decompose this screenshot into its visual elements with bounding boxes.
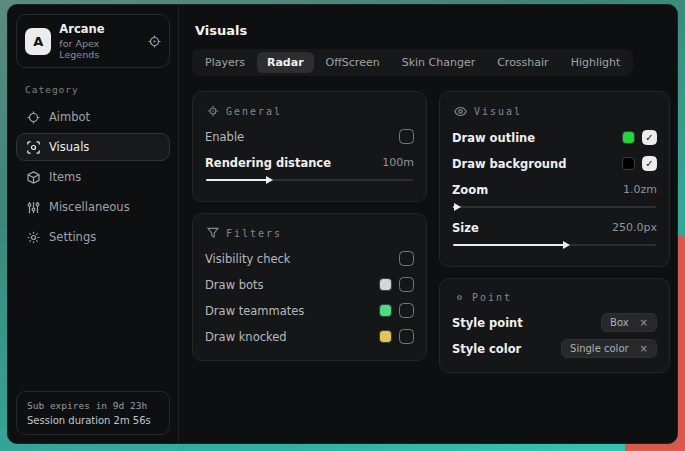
sidebar-item-label: Miscellaneous — [49, 200, 130, 214]
draw-teammates-label: Draw teammates — [205, 304, 304, 318]
enable-label: Enable — [205, 130, 244, 144]
draw-bots-row: Draw bots ✓ — [205, 273, 414, 296]
point-card: Point Style point Box × Style color — [439, 278, 670, 373]
target-icon[interactable] — [148, 35, 161, 48]
rendering-distance-slider[interactable] — [206, 175, 413, 184]
slider-arrow-thumb[interactable] — [266, 176, 273, 184]
general-card: General Enable ✓ Rendering distance 100m — [192, 91, 427, 202]
style-color-label: Style color — [452, 342, 521, 356]
draw-teammates-checkbox[interactable]: ✓ — [399, 303, 414, 318]
app-title-block: Arcane for Apex Legends — [59, 22, 140, 60]
sidebar-item-label: Visuals — [49, 140, 89, 154]
sidebar-item-label: Settings — [49, 230, 96, 244]
point-card-header: Point — [454, 292, 657, 303]
point-card-title: Point — [472, 292, 512, 303]
sidebar-spacer — [8, 252, 178, 383]
slider-fill — [453, 244, 565, 246]
size-slider[interactable] — [453, 240, 656, 249]
enable-row: Enable ✓ — [205, 125, 414, 148]
sidebar-item-miscellaneous[interactable]: Miscellaneous — [16, 193, 170, 221]
checkmark-icon: ✓ — [645, 133, 653, 143]
box-icon — [26, 171, 40, 184]
filters-card: Filters Visibility check ✓ Draw bots ✓ — [192, 213, 427, 361]
draw-bots-color-swatch[interactable] — [379, 278, 392, 291]
tab-crosshair[interactable]: Crosshair — [487, 52, 558, 73]
slider-arrow-thumb[interactable] — [454, 203, 461, 211]
style-point-label: Style point — [452, 316, 523, 330]
zoom-slider[interactable] — [453, 202, 656, 211]
zoom-label: Zoom — [452, 183, 488, 197]
visual-card-title: Visual — [474, 106, 522, 117]
enable-checkbox[interactable]: ✓ — [399, 129, 414, 144]
close-icon[interactable]: × — [640, 317, 648, 328]
close-icon[interactable]: × — [640, 343, 648, 354]
sidebar-item-settings[interactable]: Settings — [16, 223, 170, 251]
target-icon — [207, 105, 219, 117]
dot-icon — [454, 292, 465, 303]
size-row: Size 250.0px — [452, 216, 657, 239]
draw-background-label: Draw background — [452, 157, 566, 171]
style-color-select[interactable]: Single color × — [561, 339, 657, 358]
crosshair-icon — [26, 111, 40, 124]
tab-highlight[interactable]: Highlight — [561, 52, 631, 73]
eye-icon — [454, 105, 467, 118]
style-point-select[interactable]: Box × — [601, 313, 657, 332]
app-subtitle: for Apex Legends — [59, 38, 140, 60]
funnel-icon — [207, 227, 219, 239]
filters-card-header: Filters — [207, 227, 414, 239]
draw-knocked-label: Draw knocked — [205, 330, 287, 344]
style-color-row: Style color Single color × — [452, 337, 657, 360]
draw-outline-row: Draw outline ✓ — [452, 126, 657, 149]
zoom-value: 1.0zm — [623, 183, 657, 196]
app-header-card: A Arcane for Apex Legends — [16, 14, 170, 68]
main-content: Visuals Players Radar OffScreen Skin Cha… — [179, 5, 678, 443]
sidebar-item-label: Aimbot — [49, 110, 90, 124]
size-label: Size — [452, 221, 479, 235]
tab-skin-changer[interactable]: Skin Changer — [392, 52, 486, 73]
draw-outline-color-swatch[interactable] — [622, 131, 635, 144]
tab-players[interactable]: Players — [195, 52, 255, 73]
category-label: Category — [25, 84, 178, 95]
tab-offscreen[interactable]: OffScreen — [316, 52, 390, 73]
slider-arrow-thumb[interactable] — [563, 241, 570, 249]
draw-background-color-swatch[interactable] — [622, 157, 635, 170]
draw-bots-label: Draw bots — [205, 278, 264, 292]
style-point-row: Style point Box × — [452, 311, 657, 334]
style-color-value: Single color — [570, 343, 629, 354]
gear-icon — [26, 231, 40, 244]
rendering-distance-value: 100m — [382, 156, 414, 169]
slider-track — [453, 206, 656, 208]
right-column: Visual Draw outline ✓ Draw background ✓ — [439, 91, 670, 373]
draw-knocked-row: Draw knocked ✓ — [205, 325, 414, 348]
sidebar-item-aimbot[interactable]: Aimbot — [16, 103, 170, 131]
draw-bots-checkbox[interactable]: ✓ — [399, 277, 414, 292]
draw-outline-checkbox[interactable]: ✓ — [642, 130, 657, 145]
checkmark-icon: ✓ — [645, 159, 653, 169]
visibility-check-checkbox[interactable]: ✓ — [399, 251, 414, 266]
style-point-value: Box — [610, 317, 629, 328]
subscription-card: Sub expires in 9d 23h Session duration 2… — [16, 391, 170, 435]
size-value: 250.0px — [612, 221, 657, 234]
draw-teammates-color-swatch[interactable] — [379, 304, 392, 317]
zoom-row: Zoom 1.0zm — [452, 178, 657, 201]
general-card-title: General — [226, 106, 282, 117]
draw-background-row: Draw background ✓ — [452, 152, 657, 175]
sidebar-item-visuals[interactable]: Visuals — [16, 133, 170, 161]
sidebar-item-items[interactable]: Items — [16, 163, 170, 191]
draw-knocked-color-swatch[interactable] — [379, 330, 392, 343]
left-column: General Enable ✓ Rendering distance 100m — [192, 91, 427, 373]
settings-columns: General Enable ✓ Rendering distance 100m — [192, 91, 670, 373]
sidebar: A Arcane for Apex Legends Category Aimbo… — [8, 5, 179, 443]
page-title: Visuals — [195, 23, 670, 38]
visual-card: Visual Draw outline ✓ Draw background ✓ — [439, 91, 670, 267]
filters-card-title: Filters — [226, 228, 282, 239]
draw-teammates-row: Draw teammates ✓ — [205, 299, 414, 322]
sidebar-item-label: Items — [49, 170, 81, 184]
draw-knocked-checkbox[interactable]: ✓ — [399, 329, 414, 344]
draw-background-checkbox[interactable]: ✓ — [642, 156, 657, 171]
visibility-check-row: Visibility check ✓ — [205, 247, 414, 270]
slider-fill — [206, 179, 268, 181]
visual-card-header: Visual — [454, 105, 657, 118]
visuals-tabbar: Players Radar OffScreen Skin Changer Cro… — [192, 49, 633, 76]
tab-radar[interactable]: Radar — [257, 52, 314, 73]
